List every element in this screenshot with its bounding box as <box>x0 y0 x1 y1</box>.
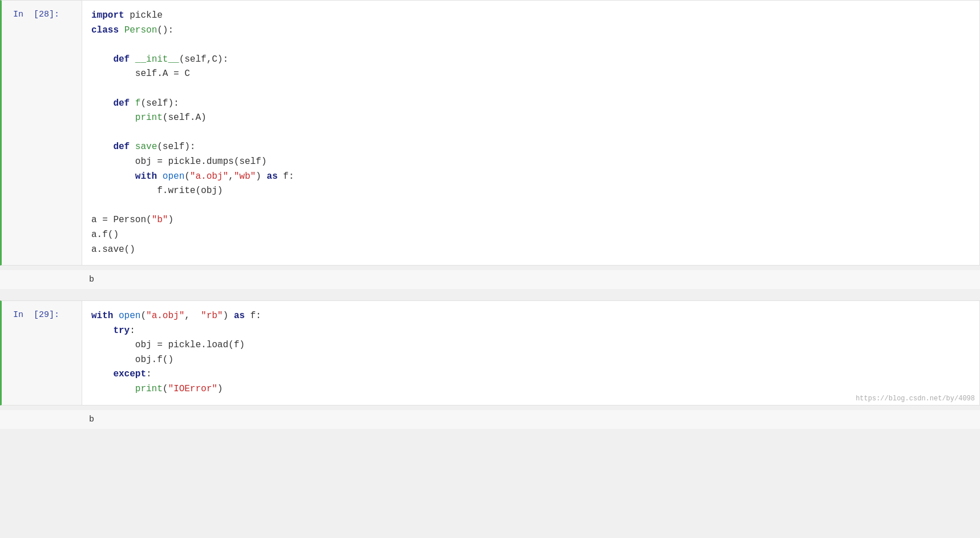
output-28-text: b <box>80 270 980 289</box>
cell-spacer-1 <box>0 289 980 300</box>
cell-28-code[interactable]: import pickle class Person(): def __init… <box>82 1 979 265</box>
cell-29-code[interactable]: with open("a.obj", "rb") as f: try: obj … <box>82 301 979 405</box>
output-29-text: b <box>80 410 980 429</box>
code-29-block: with open("a.obj", "rb") as f: try: obj … <box>91 309 970 397</box>
output-28: b <box>0 270 980 289</box>
notebook-container: In [28]: import pickle class Person(): d… <box>0 0 980 538</box>
output-29: b <box>0 410 980 429</box>
cell-28-label: In [28]: <box>2 1 82 265</box>
output-29-label <box>0 410 80 429</box>
cell-29[interactable]: In [29]: with open("a.obj", "rb") as f: … <box>0 300 980 405</box>
code-28-block: import pickle class Person(): def __init… <box>91 9 970 257</box>
output-28-label <box>0 270 80 289</box>
cell-29-label: In [29]: <box>2 301 82 405</box>
cell-28[interactable]: In [28]: import pickle class Person(): d… <box>0 0 980 266</box>
url-text: https://blog.csdn.net/by/4098 <box>856 395 975 403</box>
